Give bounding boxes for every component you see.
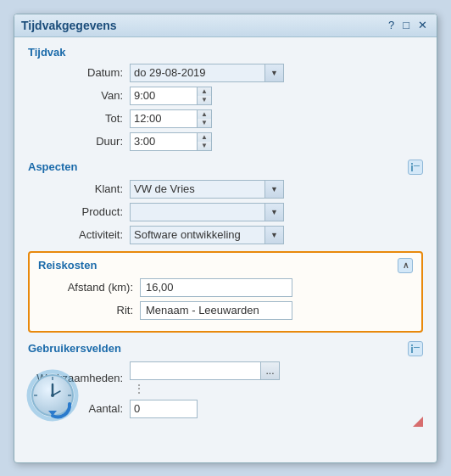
werkzaamheden-input-row: ... <box>130 361 280 380</box>
window-title: Tijdvakgegevens <box>21 19 117 32</box>
reiskosten-collapse-button[interactable]: ∧ <box>398 258 413 273</box>
werkzaamheden-row: Werkzaamheden: ... ⋮ <box>28 361 423 395</box>
duur-input[interactable] <box>130 132 198 151</box>
rit-label: Rit: <box>38 304 140 316</box>
gebruikersvelden-section: Gebruikersvelden Werkzaamheden: ... <box>28 341 423 418</box>
rit-input[interactable] <box>140 301 292 320</box>
close-button[interactable]: ✕ <box>415 19 430 31</box>
klant-dropdown-button[interactable]: ▼ <box>265 180 284 199</box>
product-dropdown-button[interactable]: ▼ <box>265 203 284 221</box>
reiskosten-section: Reiskosten ∧ Afstand (km): Rit: <box>28 251 423 333</box>
reiskosten-header: Reiskosten ∧ <box>38 258 413 273</box>
aspecten-title: Aspecten <box>28 160 78 173</box>
product-row: Product: Software ▼ <box>28 203 423 221</box>
reiskosten-title-text: Reiskosten <box>38 259 97 272</box>
product-input[interactable]: Software <box>130 203 265 221</box>
svg-rect-5 <box>414 347 420 348</box>
van-row: Van: ▲ ▼ <box>28 87 423 105</box>
main-window: Tijdvakgegevens ? □ ✕ Tijdvak Datum: ▼ V… <box>14 14 437 463</box>
duur-down-button[interactable]: ▼ <box>198 142 211 150</box>
dots-indicator: ⋮ <box>133 382 146 395</box>
werkzaamheden-field-group: ... ⋮ <box>130 361 280 395</box>
aspecten-info-icon[interactable] <box>408 160 423 175</box>
klant-label: Klant: <box>28 182 130 195</box>
van-field: ▲ ▼ <box>130 87 212 105</box>
clock-icon <box>23 366 82 425</box>
svg-marker-15 <box>413 417 423 427</box>
van-label: Van: <box>28 89 130 102</box>
info-svg2 <box>410 344 420 354</box>
datum-input[interactable] <box>130 64 265 82</box>
werkzaamheden-dots: ⋮ <box>133 382 146 395</box>
form-content: Tijdvak Datum: ▼ Van: ▲ ▼ Tot: <box>14 37 437 436</box>
datum-row: Datum: ▼ <box>28 64 423 82</box>
svg-rect-2 <box>414 165 420 166</box>
svg-rect-4 <box>411 344 413 346</box>
tijdvak-section-header: Tijdvak <box>28 46 423 59</box>
datum-label: Datum: <box>28 66 130 79</box>
afstand-label: Afstand (km): <box>38 281 140 294</box>
tot-field: ▲ ▼ <box>130 109 212 128</box>
title-controls: ? □ ✕ <box>386 19 430 31</box>
tijdvak-title: Tijdvak <box>28 46 66 59</box>
tot-row: Tot: ▲ ▼ <box>28 109 423 128</box>
activiteit-dropdown-button[interactable]: ▼ <box>265 226 284 244</box>
van-input[interactable] <box>130 87 198 105</box>
svg-point-13 <box>51 394 54 397</box>
svg-rect-3 <box>411 347 413 353</box>
svg-rect-1 <box>411 163 413 165</box>
duur-label: Duur: <box>28 135 130 148</box>
datum-field: ▼ <box>130 64 284 82</box>
product-label: Product: <box>28 205 130 218</box>
klant-input[interactable] <box>130 180 265 199</box>
tot-input[interactable] <box>130 109 198 128</box>
werkzaamheden-input[interactable] <box>130 361 261 380</box>
activiteit-input[interactable] <box>130 226 265 244</box>
tot-up-button[interactable]: ▲ <box>198 110 211 119</box>
resize-indicator <box>413 417 423 429</box>
duur-up-button[interactable]: ▲ <box>198 133 211 142</box>
title-bar: Tijdvakgegevens ? □ ✕ <box>14 14 437 37</box>
help-button[interactable]: ? <box>386 19 397 31</box>
duur-field: ▲ ▼ <box>130 132 212 151</box>
klant-row: Klant: ▼ <box>28 180 423 199</box>
tot-arrows: ▲ ▼ <box>198 109 212 128</box>
gebruikersvelden-title: Gebruikersvelden <box>28 342 121 355</box>
van-down-button[interactable]: ▼ <box>198 96 211 104</box>
afstand-input[interactable] <box>140 278 292 297</box>
duur-row: Duur: ▲ ▼ <box>28 132 423 151</box>
aspecten-section-header: Aspecten <box>28 160 423 175</box>
afstand-row: Afstand (km): <box>38 278 413 297</box>
van-up-button[interactable]: ▲ <box>198 87 211 96</box>
clock-icon-container <box>23 366 82 428</box>
resize-arrow-icon <box>413 417 423 427</box>
minimize-button[interactable]: □ <box>400 19 412 31</box>
rit-row: Rit: <box>38 301 413 320</box>
duur-arrows: ▲ ▼ <box>198 132 212 151</box>
info-svg <box>410 162 420 172</box>
svg-rect-0 <box>411 165 413 171</box>
activiteit-label: Activiteit: <box>28 228 130 241</box>
datum-dropdown-button[interactable]: ▼ <box>265 64 284 82</box>
tot-label: Tot: <box>28 112 130 125</box>
gebruikersvelden-header: Gebruikersvelden <box>28 341 423 356</box>
klant-field: ▼ <box>130 180 284 199</box>
werkzaamheden-ellipsis-button[interactable]: ... <box>261 361 280 380</box>
van-arrows: ▲ ▼ <box>198 87 212 105</box>
gebruikersvelden-info-icon[interactable] <box>408 341 423 356</box>
aantal-row: Aantal: <box>28 400 423 418</box>
activiteit-field: ▼ <box>130 226 284 244</box>
activiteit-row: Activiteit: ▼ <box>28 226 423 244</box>
aantal-input[interactable] <box>130 400 198 418</box>
tot-down-button[interactable]: ▼ <box>198 119 211 127</box>
product-field: Software ▼ <box>130 203 284 221</box>
